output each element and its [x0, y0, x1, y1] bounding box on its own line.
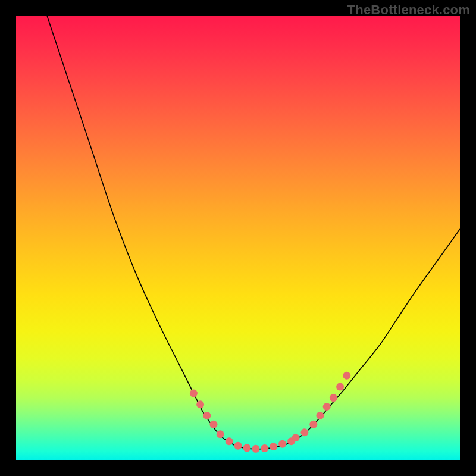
- watermark-text: TheBottleneck.com: [347, 2, 470, 18]
- marker-dot: [234, 442, 242, 450]
- chart-svg: [16, 16, 460, 460]
- marker-dot: [226, 437, 233, 445]
- marker-dot: [330, 394, 337, 402]
- marker-dot: [278, 440, 286, 448]
- marker-dot: [343, 372, 350, 380]
- marker-dot: [217, 430, 224, 438]
- marker-dot: [300, 428, 308, 436]
- marker-dot: [317, 412, 324, 419]
- marker-dot: [243, 444, 250, 452]
- plot-area: [16, 16, 460, 460]
- marker-dot: [209, 421, 217, 428]
- marker-dot: [323, 403, 331, 411]
- curve-markers: [190, 372, 350, 453]
- marker-dot: [196, 400, 204, 408]
- marker-dot: [203, 412, 211, 419]
- chart-frame: TheBottleneck.com: [0, 0, 476, 476]
- marker-dot: [270, 443, 277, 450]
- marker-dot: [292, 434, 299, 441]
- marker-dot: [252, 445, 259, 453]
- marker-dot: [190, 390, 198, 397]
- marker-dot: [261, 444, 268, 452]
- marker-dot: [309, 421, 317, 428]
- marker-dot: [336, 383, 344, 390]
- bottleneck-curve: [47, 16, 460, 449]
